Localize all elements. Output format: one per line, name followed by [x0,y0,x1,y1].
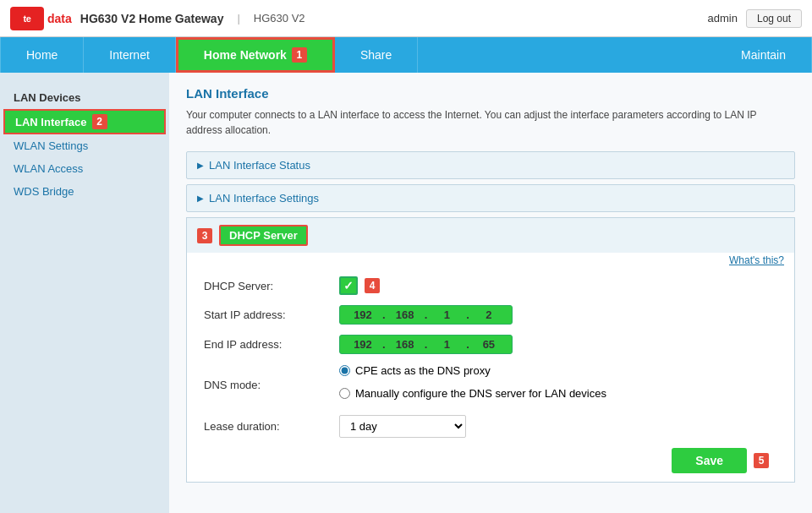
dhcp-header[interactable]: 3 DHCP Server [187,218,794,253]
start-ip-octet4[interactable] [471,308,507,321]
sidebar-item-wds-bridge[interactable]: WDS Bridge [0,180,169,203]
header-left: te data HG630 V2 Home Gateway | HG630 V2 [10,7,305,30]
logo: te data [10,7,72,30]
nav-maintain-label: Maintain [741,48,786,62]
end-ip-octet1[interactable] [345,338,381,351]
end-ip-octet3[interactable] [429,338,464,351]
dhcp-server-control: 4 [339,276,380,295]
dns-cpe-radio[interactable] [339,365,350,376]
page-description: Your computer connects to a LAN interfac… [186,107,795,138]
nav-item-maintain[interactable]: Maintain [716,37,812,73]
layout: LAN Devices LAN Interface 2 WLAN Setting… [0,73,812,513]
end-ip-group: . . . [339,335,513,354]
dhcp-form: DHCP Server: 4 Start IP address: . . [187,268,794,482]
sidebar-badge-2: 2 [92,114,107,129]
header-right: admin Log out [708,9,802,28]
dns-radio-row-1: CPE acts as the DNS proxy [339,364,491,377]
start-ip-dot2: . [425,308,428,321]
dns-manual-radio[interactable] [339,388,350,399]
section-status-header[interactable]: ▶ LAN Interface Status [187,152,794,178]
sidebar-wds-bridge-label: WDS Bridge [14,185,74,198]
save-badge-5: 5 [754,453,769,468]
header-model: HG630 V2 [254,12,305,25]
start-ip-dot1: . [382,308,386,321]
section-settings-header[interactable]: ▶ LAN Interface Settings [187,185,794,211]
admin-label: admin [708,12,738,25]
main-nav: Home Internet Home Network 1 Share Maint… [0,37,812,73]
section-settings-arrow: ▶ [197,194,204,203]
header-title: HG630 V2 Home Gateway [80,12,224,25]
section-lan-status: ▶ LAN Interface Status [186,151,795,179]
nav-home-label: Home [26,48,58,62]
whats-this-link[interactable]: What's this? [187,253,794,268]
dhcp-badge-3: 3 [197,228,212,243]
save-button[interactable]: Save [672,448,747,473]
header: te data HG630 V2 Home Gateway | HG630 V2… [0,0,812,37]
end-ip-dot1: . [382,338,386,351]
start-ip-label: Start IP address: [204,308,339,321]
nav-badge-1: 1 [292,47,307,63]
lease-label: Lease duration: [204,420,339,433]
start-ip-dot3: . [466,308,469,321]
nav-item-home[interactable]: Home [0,37,84,73]
lease-duration-row: Lease duration: 1 day 2 days 3 days 7 da… [204,415,777,438]
nav-item-share[interactable]: Share [335,37,418,73]
end-ip-octet2[interactable] [387,338,423,351]
sidebar: LAN Devices LAN Interface 2 WLAN Setting… [0,73,169,513]
sidebar-wlan-settings-label: WLAN Settings [14,139,88,152]
end-ip-octet4[interactable] [471,338,507,351]
sidebar-item-wlan-access[interactable]: WLAN Access [0,157,169,180]
dhcp-title: DHCP Server [219,225,308,246]
logout-button[interactable]: Log out [746,9,802,28]
dhcp-server-label: DHCP Server: [204,280,339,292]
page-title: LAN Interface [186,86,795,101]
section-status-arrow: ▶ [197,161,204,170]
main-content: LAN Interface Your computer connects to … [169,73,812,513]
sidebar-section-lan-devices: LAN Devices [0,86,169,109]
logo-data: data [47,12,72,25]
nav-home-network-label: Home Network [204,48,287,62]
nav-item-internet[interactable]: Internet [84,37,175,73]
header-separator: | [237,12,239,25]
dhcp-enable-checkbox[interactable] [339,276,358,295]
dhcp-section: 3 DHCP Server What's this? DHCP Server: … [186,217,795,483]
logo-te: te [24,14,31,24]
nav-share-label: Share [360,48,392,62]
nav-item-home-network[interactable]: Home Network 1 [176,37,335,73]
sidebar-item-wlan-settings[interactable]: WLAN Settings [0,134,169,157]
checkbox-badge-4: 4 [365,278,380,293]
end-ip-dot3: . [466,338,469,351]
dhcp-server-row: DHCP Server: 4 [204,276,777,295]
start-ip-row: Start IP address: . . . [204,305,777,325]
logo-icon: te [10,7,44,30]
lease-select[interactable]: 1 day 2 days 3 days 7 days [339,415,466,438]
save-row: Save 5 [204,448,777,473]
dns-mode-label: DNS mode: [204,379,339,391]
sidebar-wlan-access-label: WLAN Access [14,162,83,175]
start-ip-octet1[interactable] [345,308,381,321]
sidebar-lan-interface-label: LAN Interface [15,116,87,128]
start-ip-octet2[interactable] [387,308,423,321]
end-ip-label: End IP address: [204,338,339,351]
section-lan-settings: ▶ LAN Interface Settings [186,184,795,212]
section-status-label: LAN Interface Status [209,159,310,172]
section-settings-label: LAN Interface Settings [209,192,319,205]
dns-mode-control: CPE acts as the DNS proxy Manually confi… [339,364,606,405]
dns-manual-label: Manually configure the DNS server for LA… [355,387,606,400]
nav-internet-label: Internet [109,48,149,62]
end-ip-row: End IP address: . . . [204,335,777,354]
dns-cpe-label: CPE acts as the DNS proxy [355,364,491,377]
start-ip-group: . . . [339,305,513,325]
sidebar-item-lan-interface[interactable]: LAN Interface 2 [3,109,166,134]
dns-radio-row-2: Manually configure the DNS server for LA… [339,387,606,400]
dns-mode-row: DNS mode: CPE acts as the DNS proxy Manu… [204,364,777,405]
end-ip-dot2: . [425,338,428,351]
start-ip-octet3[interactable] [429,308,464,321]
